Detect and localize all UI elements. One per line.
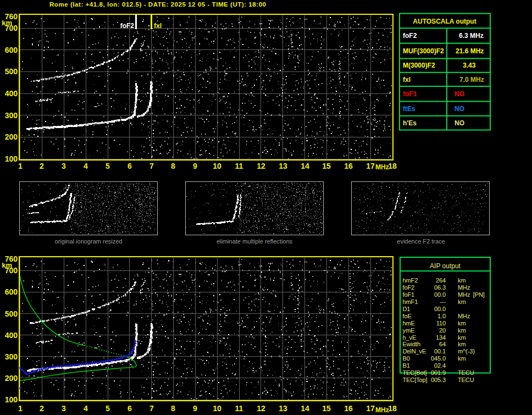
svg-text:TECU: TECU — [458, 377, 474, 383]
svg-text:ftEs: ftEs — [403, 105, 415, 113]
svg-text:18: 18 — [388, 404, 397, 413]
svg-text:4: 4 — [84, 404, 88, 413]
svg-text:02.4: 02.4 — [434, 362, 446, 369]
svg-text:m^(-3): m^(-3) — [458, 348, 475, 355]
svg-text:600: 600 — [5, 46, 18, 54]
svg-text:NO: NO — [455, 105, 464, 113]
svg-text:3: 3 — [62, 404, 66, 413]
svg-text:MUF(3000)F2: MUF(3000)F2 — [403, 47, 444, 55]
svg-text:400: 400 — [5, 331, 18, 340]
svg-text:hmF1: hmF1 — [403, 298, 418, 305]
svg-text:7: 7 — [149, 162, 154, 170]
svg-text:3.43: 3.43 — [463, 62, 476, 69]
svg-text:700: 700 — [5, 266, 18, 275]
svg-text:---: --- — [440, 298, 446, 305]
svg-text:2: 2 — [40, 162, 44, 170]
svg-text:14: 14 — [301, 162, 309, 170]
svg-text:16: 16 — [344, 404, 353, 413]
svg-text:134: 134 — [436, 334, 446, 341]
svg-text:14: 14 — [301, 404, 309, 413]
svg-text:13: 13 — [279, 162, 287, 170]
svg-text:MHz: MHz — [375, 163, 389, 171]
svg-text:06.3: 06.3 — [434, 284, 446, 291]
svg-text:13: 13 — [279, 404, 287, 413]
svg-text:17: 17 — [366, 162, 375, 170]
svg-text:64: 64 — [439, 341, 446, 347]
svg-text:11: 11 — [235, 162, 243, 170]
svg-text:3: 3 — [62, 162, 66, 170]
svg-text:9: 9 — [193, 404, 197, 413]
svg-text:hmE: hmE — [403, 320, 415, 327]
svg-text:ymE: ymE — [403, 327, 415, 334]
svg-text:MHz: MHz — [458, 313, 470, 319]
svg-text:km: km — [458, 341, 465, 347]
svg-text:1: 1 — [18, 162, 23, 170]
svg-text:km: km — [458, 277, 465, 284]
svg-text:D1: D1 — [403, 306, 411, 312]
svg-text:10: 10 — [213, 162, 221, 170]
svg-text:100: 100 — [5, 154, 18, 163]
svg-text:foF1: foF1 — [403, 90, 417, 98]
svg-text:18: 18 — [388, 162, 397, 170]
svg-text:17: 17 — [366, 404, 375, 413]
svg-text:8: 8 — [171, 162, 175, 170]
svg-text:foF2: foF2 — [403, 32, 417, 40]
svg-text:fxl: fxl — [403, 76, 411, 84]
svg-text:6.3 MHz: 6.3 MHz — [459, 32, 484, 40]
svg-text:foE: foE — [403, 313, 412, 319]
svg-text:200: 200 — [5, 374, 18, 383]
svg-text:h_vE: h_vE — [403, 334, 417, 341]
svg-text:5: 5 — [106, 162, 110, 170]
svg-text:5: 5 — [106, 404, 110, 413]
svg-text:original ionogram resized: original ionogram resized — [55, 238, 123, 245]
svg-text:MHz: MHz — [458, 284, 470, 291]
svg-text:10: 10 — [213, 404, 221, 413]
svg-text:TECU: TECU — [458, 369, 474, 376]
svg-text:4: 4 — [84, 162, 88, 170]
svg-text:21.6 MHz: 21.6 MHz — [456, 47, 484, 55]
svg-text:200: 200 — [5, 132, 18, 141]
svg-text:00.0: 00.0 — [434, 306, 446, 312]
svg-text:300: 300 — [5, 111, 18, 120]
svg-text:NO: NO — [455, 119, 464, 127]
svg-text:6: 6 — [128, 162, 132, 170]
svg-text:300: 300 — [5, 352, 18, 361]
svg-text:1: 1 — [18, 404, 23, 413]
svg-text:8: 8 — [171, 404, 175, 413]
svg-text:km: km — [458, 334, 465, 341]
svg-text:12: 12 — [257, 162, 265, 170]
svg-text:9: 9 — [193, 162, 197, 170]
svg-text:7.0 MHz: 7.0 MHz — [459, 76, 484, 84]
svg-text:km: km — [458, 327, 465, 334]
svg-text:500: 500 — [5, 309, 18, 318]
svg-text:fxl: fxl — [154, 22, 162, 30]
svg-text:AUTOSCALA output: AUTOSCALA output — [413, 18, 476, 25]
svg-text:hmF2: hmF2 — [403, 277, 418, 284]
svg-text:eliminate multiple reflections: eliminate multiple reflections — [217, 238, 293, 245]
svg-text:km: km — [458, 298, 465, 305]
svg-text:500: 500 — [5, 67, 18, 76]
svg-text:400: 400 — [5, 89, 18, 98]
svg-text:MHz: MHz — [458, 291, 470, 298]
svg-text:1.0: 1.0 — [437, 313, 446, 319]
svg-text:700: 700 — [5, 24, 18, 32]
svg-text:MHz: MHz — [375, 406, 389, 414]
svg-text:00.0: 00.0 — [434, 291, 446, 298]
svg-text:11: 11 — [235, 404, 243, 413]
svg-text:foF1: foF1 — [403, 291, 415, 298]
svg-text:15: 15 — [322, 404, 331, 413]
svg-text:h'Es: h'Es — [403, 119, 417, 127]
svg-text:AIP output: AIP output — [430, 262, 461, 270]
svg-text:6: 6 — [128, 404, 132, 413]
svg-text:M(3000)F2: M(3000)F2 — [403, 62, 435, 69]
svg-text:B1: B1 — [403, 362, 410, 369]
svg-text:20: 20 — [439, 327, 446, 334]
svg-text:600: 600 — [5, 287, 18, 296]
svg-text:12: 12 — [257, 404, 265, 413]
svg-text:TEC[Top]: TEC[Top] — [403, 377, 428, 383]
svg-text:005.3: 005.3 — [431, 377, 446, 383]
svg-text:15: 15 — [322, 162, 331, 170]
svg-text:Rome (lat: +41.8, lon: 012.5): Rome (lat: +41.8, lon: 012.5) - DATE: 20… — [49, 1, 266, 8]
svg-text:264: 264 — [436, 277, 446, 284]
svg-text:2: 2 — [40, 404, 44, 413]
